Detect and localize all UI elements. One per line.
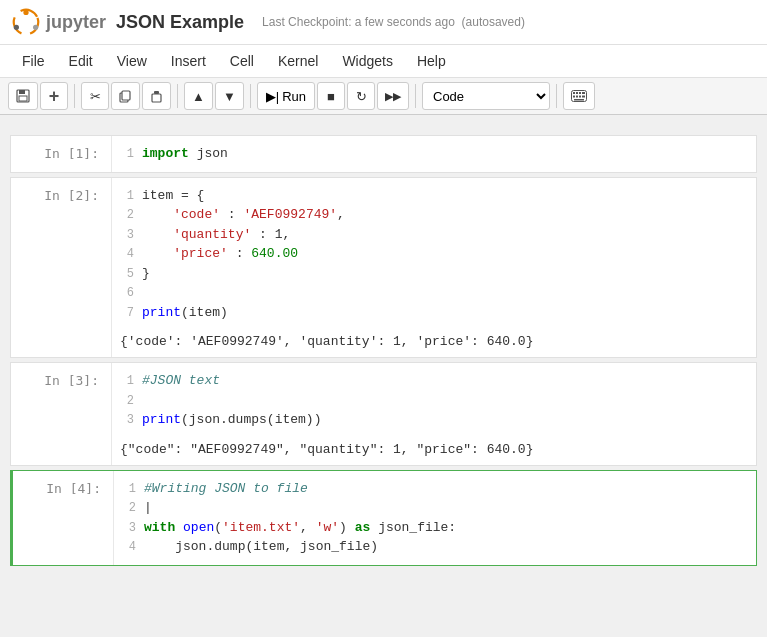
code-line: 1 import json bbox=[116, 144, 752, 164]
toolbar-sep-2 bbox=[177, 84, 178, 108]
cell-4-code[interactable]: 1 #Writing JSON to file 2 | 3 with open(… bbox=[113, 471, 756, 565]
code-line-3: 3 with open('item.txt', 'w') as json_fil… bbox=[118, 518, 752, 538]
menu-view[interactable]: View bbox=[107, 49, 157, 73]
cell-4-label: In [4]: bbox=[13, 471, 113, 565]
menu-widgets[interactable]: Widgets bbox=[332, 49, 403, 73]
line-num: 3 bbox=[116, 410, 134, 430]
cell-2-output-label bbox=[11, 330, 111, 357]
line-code bbox=[142, 391, 752, 411]
svg-rect-15 bbox=[582, 92, 585, 94]
checkpoint-info: Last Checkpoint: a few seconds ago (auto… bbox=[262, 15, 525, 29]
line-num: 2 bbox=[116, 391, 134, 411]
code-line-1: 1 #Writing JSON to file bbox=[118, 479, 752, 499]
restart-button[interactable]: ↻ bbox=[347, 82, 375, 110]
code-line-3: 3 print(json.dumps(item)) bbox=[116, 410, 752, 430]
run-button[interactable]: ▶| Run bbox=[257, 82, 315, 110]
svg-rect-20 bbox=[574, 99, 584, 101]
line-num: 1 bbox=[116, 371, 134, 391]
code-line-7: 7 print(item) bbox=[116, 303, 752, 323]
line-num: 7 bbox=[116, 303, 134, 323]
line-num: 3 bbox=[116, 225, 134, 245]
toolbar-sep-1 bbox=[74, 84, 75, 108]
add-cell-button[interactable]: + bbox=[40, 82, 68, 110]
menu-insert[interactable]: Insert bbox=[161, 49, 216, 73]
line-code: item = { bbox=[142, 186, 752, 206]
cell-type-select[interactable]: Code Markdown Raw NBConvert Heading bbox=[422, 82, 550, 110]
code-line-3: 3 'quantity' : 1, bbox=[116, 225, 752, 245]
cell-2-row: In [2]: 1 item = { 2 'code' : 'AEF099274… bbox=[11, 178, 756, 331]
svg-rect-5 bbox=[19, 90, 25, 94]
toolbar-sep-5 bbox=[556, 84, 557, 108]
line-num: 5 bbox=[116, 264, 134, 284]
svg-rect-10 bbox=[154, 91, 159, 94]
svg-rect-14 bbox=[579, 92, 581, 94]
line-code: 'code' : 'AEF0992749', bbox=[142, 205, 752, 225]
jupyter-logo-icon bbox=[12, 8, 40, 36]
code-line-2: 2 | bbox=[118, 498, 752, 518]
header: jupyter JSON Example Last Checkpoint: a … bbox=[0, 0, 767, 45]
svg-rect-8 bbox=[122, 91, 130, 100]
move-up-button[interactable]: ▲ bbox=[184, 82, 213, 110]
svg-rect-12 bbox=[573, 92, 575, 94]
cut-button[interactable]: ✂ bbox=[81, 82, 109, 110]
code-line-4: 4 'price' : 640.00 bbox=[116, 244, 752, 264]
svg-rect-6 bbox=[19, 96, 27, 101]
code-line-2: 2 'code' : 'AEF0992749', bbox=[116, 205, 752, 225]
line-code: import json bbox=[142, 144, 752, 164]
cell-2-label: In [2]: bbox=[11, 178, 111, 331]
move-down-button[interactable]: ▼ bbox=[215, 82, 244, 110]
cell-3-row: In [3]: 1 #JSON text 2 3 print(json.dump… bbox=[11, 363, 756, 438]
cell-1[interactable]: In [1]: 1 import json bbox=[10, 135, 757, 173]
cell-2-code[interactable]: 1 item = { 2 'code' : 'AEF0992749', 3 'q… bbox=[111, 178, 756, 331]
svg-rect-17 bbox=[576, 96, 578, 98]
line-num: 2 bbox=[116, 205, 134, 225]
paste-icon bbox=[150, 90, 163, 103]
cell-2[interactable]: In [2]: 1 item = { 2 'code' : 'AEF099274… bbox=[10, 177, 757, 359]
line-code: } bbox=[142, 264, 752, 284]
menu-file[interactable]: File bbox=[12, 49, 55, 73]
menu-kernel[interactable]: Kernel bbox=[268, 49, 328, 73]
cell-4[interactable]: In [4]: 1 #Writing JSON to file 2 | 3 wi… bbox=[10, 470, 757, 566]
stop-button[interactable]: ■ bbox=[317, 82, 345, 110]
jupyter-logo: jupyter bbox=[12, 8, 106, 36]
save-button[interactable] bbox=[8, 82, 38, 110]
line-num: 1 bbox=[118, 479, 136, 499]
save-icon bbox=[16, 89, 30, 103]
line-num: 1 bbox=[116, 186, 134, 206]
line-code: print(json.dumps(item)) bbox=[142, 410, 752, 430]
cell-3-label: In [3]: bbox=[11, 363, 111, 438]
cell-3[interactable]: In [3]: 1 #JSON text 2 3 print(json.dump… bbox=[10, 362, 757, 466]
menu-help[interactable]: Help bbox=[407, 49, 456, 73]
line-code: json.dump(item, json_file) bbox=[144, 537, 752, 557]
run-label: Run bbox=[282, 89, 306, 104]
menubar: File Edit View Insert Cell Kernel Widget… bbox=[0, 45, 767, 78]
toolbar: + ✂ ▲ ▼ ▶| Run ■ ↻ ▶▶ Code Markdown Raw … bbox=[0, 78, 767, 115]
code-line-1: 1 #JSON text bbox=[116, 371, 752, 391]
line-num: 4 bbox=[118, 537, 136, 557]
restart-run-button[interactable]: ▶▶ bbox=[377, 82, 409, 110]
line-code: print(item) bbox=[142, 303, 752, 323]
line-num: 3 bbox=[118, 518, 136, 538]
code-line-5: 5 } bbox=[116, 264, 752, 284]
line-num: 4 bbox=[116, 244, 134, 264]
line-num: 2 bbox=[118, 498, 136, 518]
line-num: 6 bbox=[116, 283, 134, 303]
svg-rect-19 bbox=[582, 96, 585, 98]
toolbar-sep-4 bbox=[415, 84, 416, 108]
svg-rect-16 bbox=[573, 96, 575, 98]
cell-3-code[interactable]: 1 #JSON text 2 3 print(json.dumps(item)) bbox=[111, 363, 756, 438]
menu-edit[interactable]: Edit bbox=[59, 49, 103, 73]
keyboard-shortcuts-button[interactable] bbox=[563, 82, 595, 110]
paste-button[interactable] bbox=[142, 82, 171, 110]
notebook-title[interactable]: JSON Example bbox=[116, 12, 244, 33]
svg-rect-9 bbox=[152, 94, 161, 102]
run-icon: ▶| bbox=[266, 89, 279, 104]
copy-button[interactable] bbox=[111, 82, 140, 110]
svg-point-1 bbox=[23, 10, 28, 15]
menu-cell[interactable]: Cell bbox=[220, 49, 264, 73]
svg-rect-18 bbox=[579, 96, 581, 98]
cell-1-code[interactable]: 1 import json bbox=[111, 136, 756, 172]
jupyter-brand-text: jupyter bbox=[46, 12, 106, 33]
line-code bbox=[142, 283, 752, 303]
line-code: 'price' : 640.00 bbox=[142, 244, 752, 264]
